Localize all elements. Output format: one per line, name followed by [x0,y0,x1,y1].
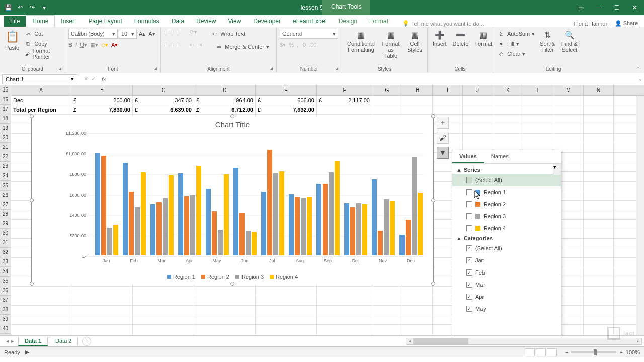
bar-group[interactable] [206,174,229,255]
cell[interactable] [493,124,523,133]
filter-item[interactable]: Apr [452,291,561,303]
cell[interactable] [403,287,433,296]
fill-color-button[interactable]: ◇▾ [101,42,108,48]
cell[interactable] [11,287,71,296]
row-header[interactable]: 24 [0,171,11,181]
increase-font-icon[interactable]: A▴ [138,29,146,39]
paste-button[interactable]: 📋Paste [3,29,21,52]
resize-handle[interactable] [30,114,34,118]
font-launcher[interactable]: ◢ [154,66,159,71]
undo-icon[interactable]: ↶ [15,3,25,13]
number-format-combo[interactable]: General▾ [280,29,338,39]
font-size-combo[interactable]: 10▾ [119,29,137,39]
align-bottom-icon[interactable]: ≡ [177,29,180,39]
cell[interactable] [256,334,317,335]
cell[interactable] [433,105,463,114]
cell[interactable] [317,287,372,296]
cell[interactable] [584,172,614,181]
cell[interactable] [584,277,614,286]
cell[interactable] [403,334,433,335]
collapse-icon[interactable]: ▲ [456,235,462,241]
bar[interactable] [301,198,306,255]
bar-group[interactable] [150,175,174,255]
increase-decimal-icon[interactable]: .0 [301,42,306,48]
bar-group[interactable] [372,179,395,255]
bar[interactable] [356,203,361,255]
cell[interactable] [553,124,584,133]
tell-me-search[interactable]: 💡Tell me what you want to do... [402,20,484,27]
cell[interactable] [403,306,433,315]
cell[interactable] [11,325,71,334]
cell[interactable] [584,115,614,124]
row-header[interactable]: 27 [0,200,11,210]
cell[interactable] [463,96,493,105]
resize-handle[interactable] [431,198,435,202]
cell[interactable]: £347.00 [133,96,194,105]
clear-button[interactable]: ◇Clear▾ [496,49,536,59]
maximize-button[interactable]: ☐ [608,0,626,15]
row-header[interactable]: 37 [0,296,11,305]
cell[interactable] [372,334,403,335]
column-header-J[interactable]: J [463,85,493,95]
filter-scroll-down[interactable]: ▾ [553,164,561,175]
cell[interactable] [133,325,194,334]
page-layout-view-button[interactable] [536,348,546,356]
cut-button[interactable]: ✂Cut [23,29,62,39]
bar-group[interactable] [289,194,312,256]
cell[interactable] [584,296,614,305]
cell[interactable] [523,124,553,133]
cell[interactable] [71,334,133,335]
bold-button[interactable]: B [68,42,72,48]
name-box[interactable]: Chart 1▾ [2,74,77,84]
bar[interactable] [412,157,417,255]
minimize-button[interactable]: — [590,0,608,15]
cell[interactable] [463,134,493,143]
collapse-ribbon-icon[interactable]: ︿ [636,64,641,71]
cell[interactable] [553,134,584,143]
cell[interactable] [133,334,194,335]
bar[interactable] [372,179,377,255]
cell[interactable] [133,287,194,296]
row-header[interactable]: 33 [0,257,11,267]
decrease-font-icon[interactable]: A▾ [147,29,156,39]
chart-elements-button[interactable]: ＋ [437,117,449,129]
cell[interactable]: £6,712.00 [194,105,256,114]
zoom-level[interactable]: 100% [626,349,640,355]
cell[interactable] [256,315,317,324]
zoom-slider[interactable] [571,351,616,353]
chart-styles-button[interactable]: 🖌 [437,132,449,144]
chart-filters-button[interactable]: ▼ [437,147,449,159]
cell[interactable] [256,287,317,296]
bar[interactable] [246,231,251,255]
cell[interactable] [403,296,433,305]
cell[interactable] [523,105,553,114]
tab-page-layout[interactable]: Page Layout [82,16,128,27]
cell[interactable] [584,287,614,296]
cell[interactable] [584,258,614,267]
bar-group[interactable] [95,153,118,255]
cell[interactable] [403,315,433,324]
cell[interactable] [71,306,133,315]
ribbon-display-icon[interactable]: ▭ [572,0,590,15]
row-header[interactable]: 35 [0,277,11,286]
filter-item[interactable]: (Select All) [452,174,561,186]
italic-button[interactable]: I [75,42,77,48]
cell[interactable] [194,325,256,334]
bar[interactable] [384,199,389,255]
cell[interactable] [584,96,614,105]
bar[interactable] [350,207,355,255]
tab-elearnexcel[interactable]: eLearnExcel [287,16,333,27]
row-header[interactable]: 38 [0,305,11,315]
expand-formula-bar-icon[interactable]: ⌄ [636,76,644,82]
cell[interactable] [584,306,614,315]
cancel-formula-icon[interactable]: ✕ [84,76,88,82]
cell[interactable] [523,96,553,105]
cell[interactable] [584,248,614,257]
cell[interactable]: £606.00 [256,96,317,105]
tab-insert[interactable]: Insert [55,16,82,27]
checkbox[interactable] [466,294,472,300]
page-break-view-button[interactable] [547,348,557,356]
cell[interactable] [71,315,133,324]
row-header[interactable]: 25 [0,181,11,191]
sort-filter-button[interactable]: ⇅Sort & Filter [538,29,557,54]
